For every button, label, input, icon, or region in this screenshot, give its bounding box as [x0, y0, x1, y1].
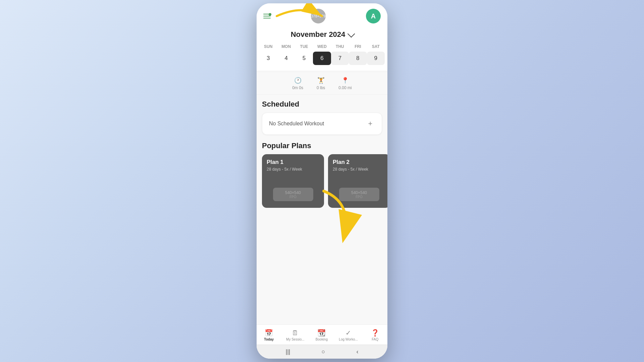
plan-card-2[interactable]: Plan 2 28 days - 5x / Week 540×540 FPO [328, 154, 387, 208]
calendar-sessions-icon: 🗓 [292, 329, 299, 337]
calendar-today-icon: 📅 [265, 329, 273, 337]
day-mon: MON [277, 43, 295, 50]
nav-log-label: Log Worko... [339, 338, 358, 341]
android-home-button[interactable]: ○ [322, 348, 325, 355]
day-tue: TUE [295, 43, 313, 50]
day-sat: SAT [367, 43, 385, 50]
avatar-button[interactable]: A [366, 9, 381, 23]
nav-sessions-label: My Sessio... [286, 338, 304, 341]
scheduled-title: Scheduled [262, 100, 382, 109]
stats-bar: 🕐 0m 0s 🏋 0 lbs 📍 0.00 mi [257, 72, 387, 95]
nav-faq[interactable]: ❓ FAQ [365, 327, 385, 343]
android-nav: ||| ○ ‹ [257, 345, 387, 359]
profile-button[interactable]: 378+379 [311, 9, 326, 23]
stat-time-value: 0m 0s [292, 85, 303, 90]
plans-row: Plan 1 28 days - 5x / Week 540×540 FPO P… [262, 154, 382, 208]
day-fri: FRI [349, 43, 367, 50]
nav-faq-label: FAQ [372, 338, 378, 341]
plan-1-desc: 28 days - 5x / Week [267, 167, 319, 172]
plan-card-1[interactable]: Plan 1 28 days - 5x / Week 540×540 FPO [262, 154, 324, 208]
stat-weight: 🏋 0 lbs [317, 77, 325, 90]
day-wed: WED [313, 43, 331, 50]
dumbbell-icon: 🏋 [317, 77, 325, 84]
nav-today[interactable]: 📅 Today [259, 327, 279, 343]
plan-2-placeholder: 540×540 FPO [339, 188, 379, 201]
plan-1-placeholder-label: FPO [289, 195, 297, 199]
add-workout-button[interactable] [366, 119, 375, 128]
calendar-row: 3 4 5 6 7 8 9 [257, 52, 387, 65]
android-back-button[interactable]: ‹ [356, 348, 358, 355]
app-content: 378+379 A November 2024 SUN MON TUE WED … [257, 3, 387, 359]
plan-2-name: Plan 2 [333, 159, 385, 166]
menu-notification-dot [269, 13, 271, 16]
plan-2-placeholder-text: 540×540 [351, 190, 367, 195]
avatar-letter: A [371, 12, 376, 20]
plan-2-placeholder-label: FPO [356, 195, 363, 199]
bottom-nav: 📅 Today 🗓 My Sessio... 📆 Booking ✓ Log W… [257, 324, 387, 345]
calendar-cell-4[interactable]: 4 [277, 52, 295, 65]
plan-1-name: Plan 1 [267, 159, 319, 166]
profile-text: 378+379 [311, 14, 325, 18]
header: 378+379 A [257, 3, 387, 27]
month-selector[interactable]: November 2024 [257, 27, 387, 40]
stat-distance: 📍 0.00 mi [338, 77, 352, 90]
stat-weight-value: 0 lbs [317, 85, 325, 90]
nav-booking[interactable]: 📆 Booking [312, 327, 332, 343]
scheduled-card: No Scheduled Workout [262, 113, 382, 135]
phone-frame: 378+379 A November 2024 SUN MON TUE WED … [257, 3, 387, 359]
nav-my-sessions[interactable]: 🗓 My Sessio... [283, 328, 307, 343]
menu-line-3 [263, 18, 271, 18]
location-icon: 📍 [341, 77, 349, 84]
android-recent-button[interactable]: ||| [286, 348, 290, 355]
popular-plans-title: Popular Plans [262, 141, 382, 150]
checkmark-icon: ✓ [345, 329, 351, 337]
day-thu: THU [331, 43, 349, 50]
nav-today-label: Today [264, 338, 274, 341]
question-icon: ❓ [371, 329, 379, 337]
calendar-cell-5[interactable]: 5 [295, 52, 313, 65]
calendar: SUN MON TUE WED THU FRI SAT 3 4 5 6 7 8 … [257, 40, 387, 70]
chevron-down-icon [347, 30, 355, 38]
nav-log-workout[interactable]: ✓ Log Worko... [336, 327, 361, 343]
calendar-cell-9[interactable]: 9 [367, 52, 385, 65]
calendar-booking-icon: 📆 [317, 329, 326, 337]
calendar-header: SUN MON TUE WED THU FRI SAT [257, 43, 387, 50]
calendar-cell-8[interactable]: 8 [349, 52, 367, 65]
stat-time: 🕐 0m 0s [292, 77, 303, 90]
calendar-cell-3[interactable]: 3 [259, 52, 277, 65]
stat-distance-value: 0.00 mi [338, 85, 352, 90]
month-title-text: November 2024 [291, 30, 345, 39]
month-title-button[interactable]: November 2024 [291, 30, 354, 39]
day-sun: SUN [259, 43, 277, 50]
menu-line-2 [263, 16, 271, 16]
clock-icon: 🕐 [294, 77, 302, 84]
calendar-cell-6-today[interactable]: 6 [313, 52, 331, 65]
plan-1-placeholder: 540×540 FPO [273, 188, 313, 201]
calendar-cell-7[interactable]: 7 [331, 52, 349, 65]
main-content: Scheduled No Scheduled Workout Popular P… [257, 95, 387, 324]
menu-button[interactable] [263, 14, 271, 18]
plan-2-desc: 28 days - 5x / Week [333, 167, 385, 172]
no-scheduled-text: No Scheduled Workout [269, 121, 324, 127]
plan-1-placeholder-text: 540×540 [285, 190, 301, 195]
nav-booking-label: Booking [316, 338, 328, 341]
